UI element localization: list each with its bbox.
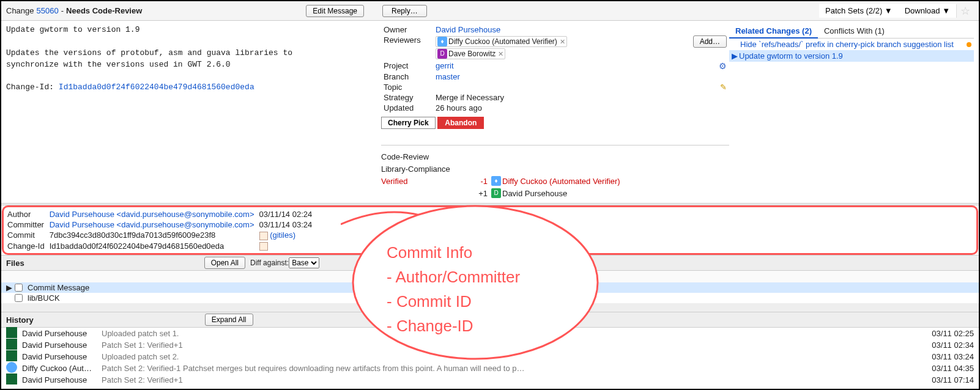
open-all-button[interactable]: Open All: [204, 257, 245, 269]
files-section-header: Files Open All Diff against: Base: [1, 255, 979, 271]
commit-info-box: Author David Pursehouse <david.pursehous…: [2, 205, 978, 255]
diff-against-select[interactable]: Base: [289, 257, 319, 268]
tab-related-changes[interactable]: Related Changes (2): [729, 24, 818, 39]
reviewer-chip[interactable]: DDave Borowitz✕: [436, 48, 505, 59]
author-key: Author: [7, 210, 48, 219]
score-neg: -1: [473, 177, 491, 186]
copy-icon[interactable]: [259, 232, 268, 240]
history-author: David Pursehouse: [22, 352, 102, 361]
label-verified: Verified: [381, 177, 473, 186]
updated-value: 26 hours ago: [433, 103, 686, 113]
related-change-item[interactable]: ▶Update gwtorm to version 1.9: [729, 50, 974, 62]
label-code-review: Code-Review: [381, 152, 473, 161]
owner-key: Owner: [381, 24, 433, 35]
reviewers-key: Reviewers: [381, 35, 433, 61]
history-author: David Pursehouse: [22, 340, 102, 350]
triangle-icon: ▶: [732, 51, 738, 61]
history-author: David Pursehouse: [22, 329, 102, 338]
avatar-icon: [6, 373, 17, 384]
patch-sets-dropdown[interactable]: Patch Sets (2/2) ▼: [819, 4, 899, 18]
close-icon[interactable]: ✕: [498, 50, 503, 58]
avatar-icon: D: [491, 188, 501, 198]
cherry-pick-button[interactable]: Cherry Pick: [381, 117, 436, 129]
reviewer-chip[interactable]: ♦Diffy Cuckoo (Automated Verifier)✕: [436, 36, 567, 47]
abandon-button[interactable]: Abandon: [437, 117, 484, 129]
history-text: Uploaded patch set 2.: [102, 352, 919, 361]
topbar: Change 55060 - Needs Code-Review Edit Me…: [1, 1, 979, 21]
gear-icon[interactable]: ⚙: [719, 61, 727, 71]
diff-against-label: Diff against:: [250, 259, 289, 267]
star-icon[interactable]: ☆: [956, 4, 974, 18]
score-pos: +1: [473, 189, 491, 198]
tab-conflicts-with[interactable]: Conflicts With (1): [818, 24, 891, 38]
add-reviewer-button[interactable]: Add…: [693, 35, 727, 48]
verifier-name: Diffy Cuckoo (Automated Verifier): [502, 177, 620, 186]
history-date: 03/11 04:35: [919, 364, 974, 373]
strategy-value: Merge if Necessary: [433, 92, 686, 103]
history-row[interactable]: Diffy Cuckoo (Aut…Patch Set 2: Verified-…: [1, 362, 979, 374]
reply-button[interactable]: Reply…: [382, 5, 427, 17]
change-id-link[interactable]: Id1badda0d0f24f6022404be479d4681560ed0ed…: [59, 83, 254, 92]
history-text: Patch Set 2: Verified-1 Patchset merges …: [102, 364, 919, 373]
project-link[interactable]: gerrit: [436, 61, 454, 70]
commit-message: Update gwtorm to version 1.9 Updates the…: [6, 24, 371, 94]
avatar-icon: ♦: [491, 176, 501, 186]
history-date: 03/11 02:34: [919, 340, 974, 350]
branch-link[interactable]: master: [436, 72, 460, 81]
avatar-icon: ♦: [437, 37, 447, 46]
close-icon[interactable]: ✕: [560, 38, 565, 46]
history-row[interactable]: David PursehouseUploaded patch set 2.03/…: [1, 351, 979, 362]
history-text: Uploaded patch set 1.: [102, 329, 919, 338]
verifier-name: David Pursehouse: [502, 189, 567, 198]
project-key: Project: [381, 61, 433, 72]
history-row[interactable]: David PursehouseUploaded patch set 1.03/…: [1, 328, 979, 339]
history-text: Patch Set 1: Verified+1: [102, 340, 919, 350]
triangle-icon[interactable]: ▶: [6, 283, 15, 292]
label-library: Library-Compliance: [381, 164, 473, 174]
change-number-link[interactable]: 55060: [37, 6, 59, 15]
history-author: Diffy Cuckoo (Aut…: [22, 364, 102, 373]
file-checkbox[interactable]: [15, 284, 23, 292]
commit-key: Commit: [7, 230, 48, 240]
avatar-icon: D: [437, 49, 447, 59]
file-checkbox[interactable]: [15, 294, 23, 302]
branch-key: Branch: [381, 72, 433, 82]
file-path-header: File Path: [1, 271, 979, 282]
author-link[interactable]: David Pursehouse <david.pursehouse@sonym…: [50, 210, 254, 219]
edit-topic-icon[interactable]: ✎: [720, 83, 727, 92]
avatar-icon: [6, 339, 17, 350]
change-label: Change: [6, 6, 34, 15]
file-row[interactable]: lib/BUCK: [1, 293, 979, 303]
avatar-icon: [6, 350, 17, 361]
expand-all-button[interactable]: Expand All: [205, 314, 253, 326]
strategy-key: Strategy: [381, 92, 433, 103]
history-text: Patch Set 2: Verified+1: [102, 375, 919, 384]
file-row[interactable]: ▶ Commit Message: [1, 282, 979, 293]
updated-key: Updated: [381, 103, 433, 113]
history-date: 03/11 07:14: [919, 375, 974, 384]
download-dropdown[interactable]: Download ▼: [899, 4, 956, 18]
owner-link[interactable]: David Pursehouse: [436, 25, 500, 34]
history-row[interactable]: David PursehousePatch Set 1: Verified+10…: [1, 339, 979, 351]
history-author: David Pursehouse: [22, 375, 102, 384]
committer-date: 03/11/14 03:24: [259, 220, 316, 229]
changeid-value: Id1badda0d0f24f6022404be479d4681560ed0ed…: [50, 241, 258, 251]
commit-sha: 7dbc394cc3d80d30c1ff9da7013d59f6009e23f8: [50, 230, 258, 240]
history-date: 03/11 03:24: [919, 352, 974, 361]
gitiles-link[interactable]: (gitiles): [270, 230, 295, 240]
changeid-key: Change-Id: [7, 241, 48, 251]
history-date: 03/11 02:25: [919, 329, 974, 338]
change-status: Needs Code-Review: [66, 6, 142, 15]
copy-icon[interactable]: [259, 242, 268, 251]
author-date: 03/11/14 02:24: [259, 210, 316, 219]
committer-link[interactable]: David Pursehouse <david.pursehouse@sonym…: [50, 220, 254, 229]
edit-message-button[interactable]: Edit Message: [306, 5, 364, 17]
status-dot-icon: [967, 42, 971, 47]
topic-key: Topic: [381, 82, 433, 92]
avatar-icon: [6, 327, 17, 338]
related-change-item[interactable]: Hide `refs/heads/` prefix in cherry-pick…: [729, 39, 974, 50]
history-section-header: History Expand All: [1, 312, 979, 328]
avatar-icon: [6, 362, 17, 373]
history-row[interactable]: David PursehousePatch Set 2: Verified+10…: [1, 374, 979, 386]
committer-key: Committer: [7, 220, 48, 229]
